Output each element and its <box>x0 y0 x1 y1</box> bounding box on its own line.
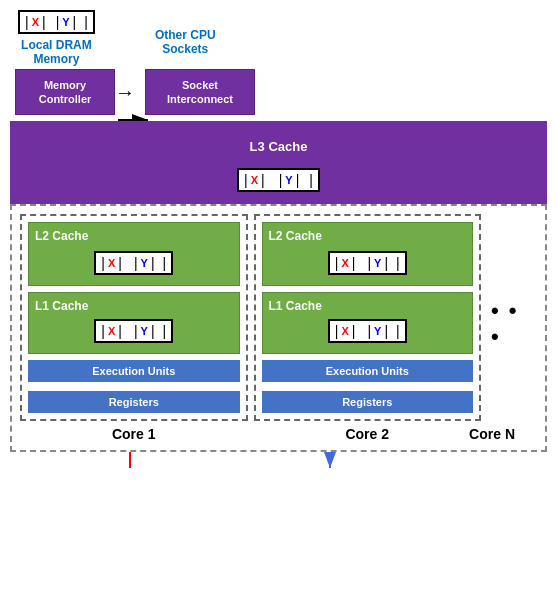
other-cpu-label: Other CPU Sockets <box>155 28 216 57</box>
l3-register-row: | X | | Y | | <box>20 164 537 204</box>
mc-to-si-arrow <box>115 86 145 98</box>
dots-column: • • • Core N <box>487 214 537 442</box>
core1-l1-label: L1 Cache <box>35 299 88 313</box>
core-n-title: Core N <box>469 426 515 442</box>
core2-l1-register-bar: | X | | Y | | <box>328 319 407 343</box>
core2-l2-cache: L2 Cache | X | | Y | | <box>262 222 474 286</box>
core1-title: Core 1 <box>112 426 156 442</box>
l3-cache-label: L3 Cache <box>20 129 537 164</box>
full-layout: | X | | Y | | Local DRAM Memory Other <box>10 10 547 452</box>
dram-reg-y: Y <box>62 16 69 28</box>
l3-section: L3 Cache | X | | Y | | <box>10 121 547 204</box>
dram-reg-x: X <box>32 16 39 28</box>
diagram: | X | | Y | | Local DRAM Memory Other <box>0 0 557 603</box>
mc-row: Memory Controller Socket Interconnect <box>15 69 547 116</box>
pipe1: | <box>25 14 29 30</box>
core2-l2-reg-x: X <box>341 257 348 269</box>
core2-inner: L2 Cache | X | | Y | | <box>254 214 482 421</box>
core1-l2-register-bar: | X | | Y | | <box>94 251 173 275</box>
dram-register-bar: | X | | Y | | <box>18 10 95 34</box>
core2-l1-cache: L1 Cache | X | | Y | | <box>262 292 474 354</box>
core2-l2-register-bar: | X | | Y | | <box>328 251 407 275</box>
core1-inner: L2 Cache | X | | Y | | <box>20 214 248 421</box>
core1-l1-reg-x: X <box>108 325 115 337</box>
core2-container: L2 Cache | X | | Y | | <box>254 214 482 442</box>
core1-l2-cache: L2 Cache | X | | Y | | <box>28 222 240 286</box>
pipe5: | <box>84 14 88 30</box>
core1-exec-units: Execution Units <box>28 360 240 382</box>
other-cpu-section: Other CPU Sockets <box>155 10 216 57</box>
l3-register-bar: | X | | Y | | <box>237 168 320 192</box>
core2-exec-units: Execution Units <box>262 360 474 382</box>
core2-l1-reg-y: Y <box>374 325 381 337</box>
core1-l2-reg-y: Y <box>141 257 148 269</box>
memory-controller-box: Memory Controller <box>15 69 115 116</box>
core2-registers: Registers <box>262 391 474 413</box>
dram-section: | X | | Y | | Local DRAM Memory <box>18 10 95 67</box>
core1-l2-reg-x: X <box>108 257 115 269</box>
socket-interconnect-box: Socket Interconnect <box>145 69 255 116</box>
core1-registers: Registers <box>28 391 240 413</box>
dram-label: Local DRAM Memory <box>21 38 92 67</box>
pipe4: | <box>73 14 77 30</box>
core1-container: L2 Cache | X | | Y | | <box>20 214 248 442</box>
core2-l2-label: L2 Cache <box>269 229 322 243</box>
core2-l1-label: L1 Cache <box>269 299 322 313</box>
core2-l1-reg-x: X <box>341 325 348 337</box>
pipe2: | <box>42 14 46 30</box>
core2-l2-reg-y: Y <box>374 257 381 269</box>
core2-title: Core 2 <box>345 426 389 442</box>
l3-reg-y: Y <box>285 174 292 186</box>
core1-l1-register-bar: | X | | Y | | <box>94 319 173 343</box>
core1-l1-cache: L1 Cache | X | | Y | | <box>28 292 240 354</box>
ellipsis-dots: • • • <box>491 298 533 350</box>
pipe3: | <box>56 14 60 30</box>
core1-l2-label: L2 Cache <box>35 229 88 243</box>
l3-reg-x: X <box>251 174 258 186</box>
cores-container: L2 Cache | X | | Y | | <box>10 204 547 452</box>
core1-l1-reg-y: Y <box>141 325 148 337</box>
